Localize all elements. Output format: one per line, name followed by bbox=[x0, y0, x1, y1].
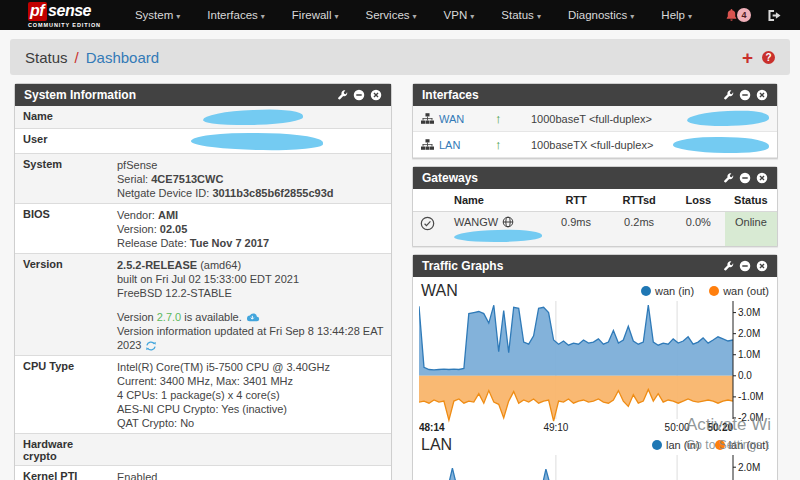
gateways-panel: Gateways NameRTTRTTsdLossStatus WANGW0.9… bbox=[412, 166, 778, 247]
value-text: Release Date: bbox=[117, 237, 190, 249]
add-widget-icon[interactable]: + bbox=[742, 48, 753, 67]
interface-link-wan[interactable]: WAN bbox=[439, 113, 473, 125]
gw-col-rtt: RTT bbox=[546, 189, 606, 212]
gw-col-name: Name bbox=[442, 189, 546, 212]
globe-icon bbox=[502, 216, 514, 228]
svg-text:50:00: 50:00 bbox=[665, 422, 690, 433]
interface-link-lan[interactable]: LAN bbox=[439, 139, 473, 151]
interface-row-lan: LAN↑100baseTX <full-duplex> bbox=[413, 132, 777, 158]
logo-sense: sense bbox=[47, 3, 91, 19]
lan-graph-section: LANlan (in)lan (out)2.0M bbox=[419, 434, 771, 480]
wrench-icon[interactable] bbox=[337, 90, 348, 101]
value-text: 2.5.2-RELEASE bbox=[117, 259, 197, 271]
value-line: FreeBSD 12.2-STABLE bbox=[117, 286, 385, 300]
menu-label: Diagnostics bbox=[568, 9, 627, 21]
legend-label: wan (out) bbox=[723, 285, 769, 297]
gateway-loss: 0.0% bbox=[672, 212, 725, 247]
menu-system[interactable]: System▾ bbox=[135, 9, 180, 21]
svg-text:48:14: 48:14 bbox=[419, 422, 445, 433]
close-circle-icon[interactable] bbox=[756, 89, 768, 101]
menu-label: Help bbox=[661, 9, 685, 21]
logo-pf: pf bbox=[28, 2, 47, 21]
menu-vpn[interactable]: VPN▾ bbox=[444, 9, 475, 21]
legend-dot-icon bbox=[641, 286, 651, 296]
legend-item: lan (out) bbox=[715, 439, 769, 451]
status-up-arrow-icon: ↑ bbox=[495, 111, 515, 126]
svg-text:49:10: 49:10 bbox=[543, 422, 568, 433]
value-text: 3011b3c85b6f2855c93d bbox=[212, 187, 333, 199]
help-icon[interactable]: ? bbox=[762, 51, 775, 64]
close-circle-icon[interactable] bbox=[756, 260, 768, 272]
gateways-header: Gateways bbox=[413, 167, 777, 189]
gateway-rtt: 0.9ms bbox=[546, 212, 606, 247]
legend-dot-icon bbox=[709, 286, 719, 296]
caret-down-icon: ▾ bbox=[470, 12, 474, 21]
panel-tools bbox=[723, 89, 768, 101]
graph-legend: wan (in)wan (out) bbox=[641, 285, 769, 297]
svg-text:50:20: 50:20 bbox=[707, 422, 733, 433]
notifications-button[interactable]: 4 bbox=[725, 8, 751, 22]
menu-label: VPN bbox=[444, 9, 468, 21]
breadcrumb-page-link[interactable]: Dashboard bbox=[86, 49, 159, 66]
panel-title: Gateways bbox=[422, 171, 478, 185]
close-circle-icon[interactable] bbox=[756, 172, 768, 184]
wrench-icon[interactable] bbox=[723, 90, 734, 101]
value-text: 02.05 bbox=[160, 223, 188, 235]
legend-item: wan (in) bbox=[641, 285, 694, 297]
system-information-header: System Information bbox=[15, 84, 391, 106]
menu-label: Services bbox=[365, 9, 409, 21]
value-line: Version information updated at Fri Sep 8… bbox=[117, 324, 385, 352]
svg-text:3.0M: 3.0M bbox=[738, 307, 760, 318]
value-text: is available. bbox=[181, 311, 245, 323]
dashboard-main: System Information NameUserSystempfSense… bbox=[0, 83, 800, 480]
svg-text:1.0M: 1.0M bbox=[738, 349, 760, 360]
value-line: built on Fri Jul 02 15:33:00 EDT 2021 bbox=[117, 272, 385, 286]
legend-label: lan (out) bbox=[729, 439, 769, 451]
wrench-icon[interactable] bbox=[723, 173, 734, 184]
pfsense-logo[interactable]: pfsense COMMUNITY EDITION bbox=[28, 2, 101, 29]
row-label: Kernel PTI bbox=[15, 466, 113, 480]
gw-col-rttsd: RTTsd bbox=[606, 189, 672, 212]
sitemap-icon bbox=[421, 139, 434, 150]
sign-out-icon bbox=[767, 9, 782, 22]
close-circle-icon[interactable] bbox=[370, 89, 382, 101]
menu-diagnostics[interactable]: Diagnostics▾ bbox=[568, 9, 634, 21]
wan-graph-section: WANwan (in)wan (out)3.0M2.0M1.0M0.0-1.0M… bbox=[419, 280, 771, 434]
minus-circle-icon[interactable] bbox=[739, 172, 751, 184]
minus-circle-icon[interactable] bbox=[739, 260, 751, 272]
interfaces-header: Interfaces bbox=[413, 84, 777, 106]
minus-circle-icon[interactable] bbox=[739, 89, 751, 101]
graph-title-lan: LAN bbox=[421, 436, 452, 454]
value-text: Intel(R) Core(TM) i5-7500 CPU @ 3.40GHz bbox=[117, 361, 330, 373]
value-line: Intel(R) Core(TM) i5-7500 CPU @ 3.40GHz bbox=[117, 360, 385, 374]
gw-col-status-icon bbox=[413, 189, 442, 212]
menu-services[interactable]: Services▾ bbox=[365, 9, 416, 21]
value-line: Version 2.7.0 is available. bbox=[117, 310, 385, 324]
caret-down-icon: ▾ bbox=[630, 12, 634, 21]
right-column: Interfaces WAN↑1000baseT <full-duplex>LA… bbox=[412, 83, 778, 480]
caret-down-icon: ▾ bbox=[537, 12, 541, 21]
row-value: Intel(R) Core(TM) i5-7500 CPU @ 3.40GHzC… bbox=[113, 356, 391, 434]
value-text: 2.7.0 bbox=[157, 311, 181, 323]
caret-down-icon: ▾ bbox=[688, 12, 692, 21]
menu-help[interactable]: Help▾ bbox=[661, 9, 692, 21]
row-label: Version bbox=[15, 254, 113, 356]
menu-firewall[interactable]: Firewall▾ bbox=[292, 9, 339, 21]
menu-status[interactable]: Status▾ bbox=[501, 9, 541, 21]
refresh-icon[interactable] bbox=[145, 340, 157, 352]
caret-down-icon: ▾ bbox=[413, 12, 417, 21]
wrench-icon[interactable] bbox=[723, 261, 734, 272]
menu-label: Firewall bbox=[292, 9, 332, 21]
value-text: (amd64) bbox=[197, 259, 241, 271]
legend-dot-icon bbox=[715, 440, 725, 450]
caret-down-icon: ▾ bbox=[261, 12, 265, 21]
interfaces-rows: WAN↑1000baseT <full-duplex>LAN↑100baseTX… bbox=[413, 106, 777, 158]
status-up-arrow-icon: ↑ bbox=[495, 137, 515, 152]
row-value: Vendor: AMIVersion: 02.05Release Date: T… bbox=[113, 204, 391, 254]
minus-circle-icon[interactable] bbox=[353, 89, 365, 101]
cloud-download-icon[interactable] bbox=[245, 312, 260, 324]
value-text: Version bbox=[117, 311, 157, 323]
logout-button[interactable] bbox=[767, 8, 782, 22]
menu-interfaces[interactable]: Interfaces▾ bbox=[207, 9, 265, 21]
panel-tools bbox=[723, 260, 768, 272]
